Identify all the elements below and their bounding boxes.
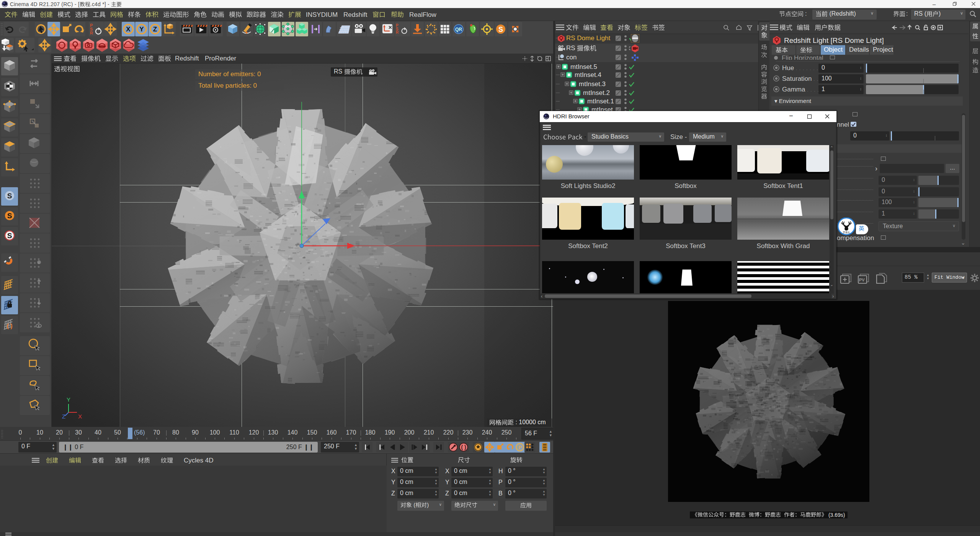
svg-text:PV: PV <box>859 278 865 282</box>
svg-text:X: X <box>78 413 82 419</box>
svg-text:X: X <box>126 26 131 33</box>
svg-text:野鹿志: 野鹿志 <box>843 231 850 234</box>
svg-text:Y: Y <box>139 26 144 33</box>
svg-text:S: S <box>7 212 12 220</box>
svg-text:R: R <box>396 30 399 34</box>
svg-text:S: S <box>498 26 503 33</box>
svg-text:Z: Z <box>153 26 157 33</box>
svg-text:R: R <box>90 31 93 35</box>
svg-text:Z: Z <box>62 413 65 419</box>
svg-text:Y: Y <box>67 396 70 403</box>
svg-text:P: P <box>518 444 522 450</box>
svg-text:QR: QR <box>455 27 462 32</box>
svg-text:S: S <box>7 192 12 200</box>
svg-text:( ): ( ) <box>7 323 12 329</box>
svg-text:( ): ( ) <box>461 444 466 450</box>
svg-text:S: S <box>7 232 12 240</box>
